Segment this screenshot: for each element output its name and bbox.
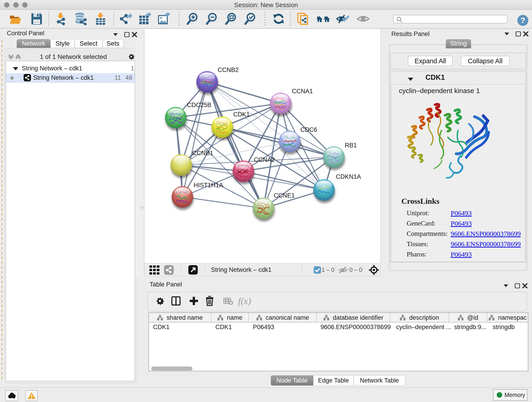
- svg-text:HIST1H1A: HIST1H1A: [194, 182, 223, 189]
- svg-text:RB1: RB1: [345, 142, 357, 149]
- svg-text:CCNB1: CCNB1: [192, 150, 213, 157]
- svg-text:?: ?: [520, 16, 525, 25]
- svg-text:CCNE1: CCNE1: [274, 192, 295, 199]
- svg-text:CDK1: CDK1: [233, 111, 250, 118]
- svg-text:CCNB2: CCNB2: [218, 66, 239, 73]
- svg-text:CDC6: CDC6: [300, 126, 317, 133]
- svg-text:CCNA2: CCNA2: [254, 156, 275, 163]
- svg-text:CDKN1A: CDKN1A: [336, 173, 361, 180]
- svg-text:CDC25B: CDC25B: [187, 102, 211, 108]
- svg-text:CCNA1: CCNA1: [292, 88, 313, 95]
